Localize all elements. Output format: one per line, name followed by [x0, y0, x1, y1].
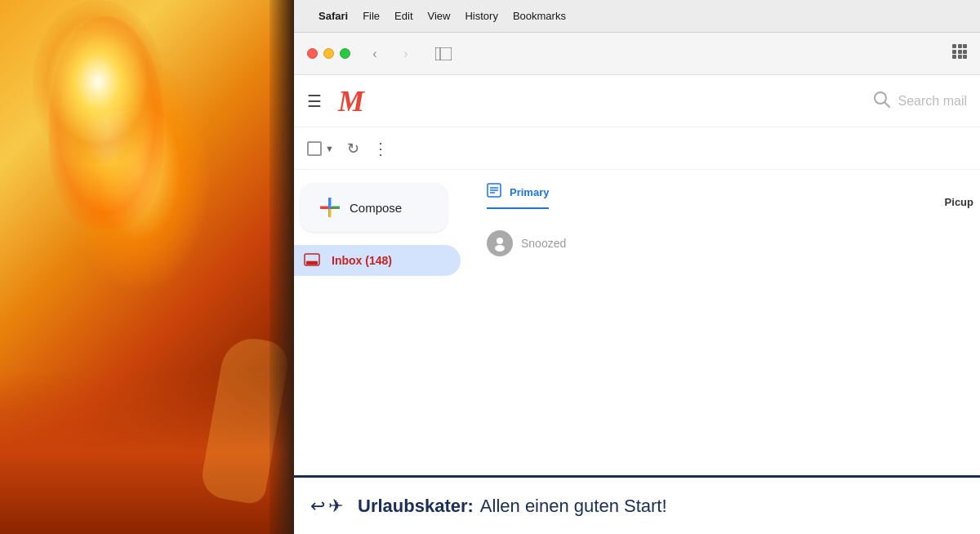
svg-rect-0: [435, 47, 452, 60]
search-placeholder: Search mail: [898, 94, 967, 109]
svg-rect-3: [958, 44, 962, 48]
picup-label: Picup: [945, 196, 973, 208]
svg-line-12: [884, 102, 889, 107]
minimize-button[interactable]: [323, 48, 334, 59]
extensions-button[interactable]: [952, 44, 967, 63]
notification-text: ↩ ✈ Urlaubskater: Allen einen guten Star…: [310, 496, 667, 517]
gmail-topbar: ☰ M Search mail: [294, 75, 980, 127]
reply-icon: ↩: [310, 496, 325, 517]
fire-dark-bar: [270, 0, 294, 534]
svg-rect-10: [963, 55, 967, 59]
select-all-checkbox[interactable]: [307, 141, 322, 156]
svg-rect-18: [329, 209, 332, 217]
browser-toolbar: ‹ ›: [294, 33, 980, 75]
notification-rest: Allen einen guten Start!: [480, 496, 667, 517]
fire-background: [0, 0, 294, 534]
menu-file[interactable]: File: [363, 10, 380, 22]
svg-rect-21: [306, 261, 318, 265]
inbox-icon: [304, 251, 322, 269]
traffic-lights: [307, 48, 350, 59]
snoozed-label: Snoozed: [521, 237, 566, 250]
hamburger-menu[interactable]: ☰: [307, 91, 322, 111]
refresh-button[interactable]: ↻: [347, 140, 359, 158]
svg-rect-17: [329, 198, 332, 206]
compose-button[interactable]: Compose: [301, 183, 448, 232]
svg-rect-2: [952, 44, 956, 48]
svg-rect-5: [952, 50, 956, 54]
svg-rect-16: [332, 207, 340, 209]
svg-rect-7: [963, 50, 967, 54]
select-dropdown-icon[interactable]: ▼: [325, 144, 334, 154]
primary-tab[interactable]: Primary: [487, 176, 549, 209]
svg-rect-9: [958, 55, 962, 59]
search-icon[interactable]: [872, 90, 890, 112]
plane-icon: ✈: [328, 496, 343, 517]
notification-bar: ↩ ✈ Urlaubskater: Allen einen guten Star…: [294, 475, 980, 534]
email-avatar: [487, 230, 513, 256]
email-row-snoozed[interactable]: Snoozed: [487, 225, 967, 261]
menu-history[interactable]: History: [465, 10, 497, 22]
browser-window: Safari File Edit View History Bookmarks …: [294, 0, 980, 534]
menu-bookmarks[interactable]: Bookmarks: [513, 10, 566, 22]
gmail-area: ☰ M Search mail ▼ ↻ ⋮: [294, 75, 980, 534]
menu-bar: Safari File Edit View History Bookmarks: [294, 0, 980, 33]
maximize-button[interactable]: [340, 48, 350, 59]
primary-tab-icon: [487, 183, 501, 201]
notification-icons: ↩ ✈: [310, 496, 343, 517]
gmail-logo: M: [338, 84, 364, 118]
compose-label: Compose: [350, 201, 402, 215]
svg-rect-8: [952, 55, 956, 59]
inbox-label: Inbox (148): [332, 254, 392, 267]
svg-rect-6: [958, 50, 962, 54]
svg-point-26: [497, 238, 503, 244]
search-area: Search mail: [872, 90, 967, 112]
svg-rect-15: [320, 207, 328, 209]
close-button[interactable]: [307, 48, 318, 59]
menu-safari[interactable]: Safari: [318, 10, 348, 22]
inbox-nav-item[interactable]: Inbox (148): [294, 245, 461, 276]
primary-tab-label: Primary: [510, 186, 549, 198]
menu-edit[interactable]: Edit: [394, 10, 412, 22]
menu-view[interactable]: View: [428, 10, 451, 22]
gmail-actionbar: ▼ ↻ ⋮: [294, 127, 980, 170]
notification-bold: Urlaubskater:: [358, 496, 474, 517]
select-checkbox-area[interactable]: ▼: [307, 141, 334, 156]
back-button[interactable]: ‹: [363, 42, 386, 65]
sidebar-toggle-button[interactable]: [430, 42, 457, 65]
svg-rect-4: [963, 44, 967, 48]
forward-button[interactable]: ›: [394, 42, 417, 65]
svg-point-27: [495, 245, 505, 251]
more-options-button[interactable]: ⋮: [372, 139, 389, 158]
compose-plus-icon: [320, 198, 340, 217]
